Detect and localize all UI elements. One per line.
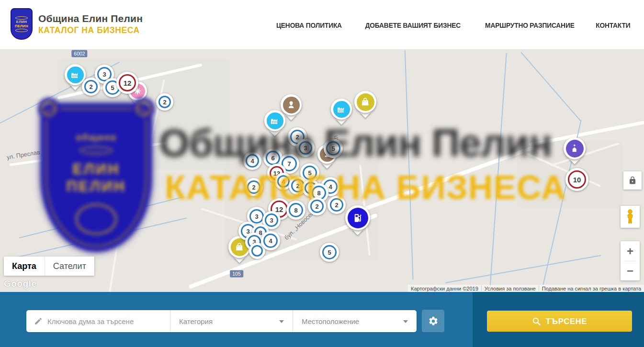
keyword-search-input[interactable] bbox=[47, 317, 167, 325]
cluster-count: 5 bbox=[303, 166, 317, 180]
search-input-group: Категория Местоположение bbox=[26, 310, 417, 332]
main-nav: ЦЕНОВА ПОЛИТИКА ДОБАВЕТЕ ВАШИЯТ БИЗНЕС М… bbox=[273, 0, 632, 50]
cluster-count: 3 bbox=[265, 213, 278, 227]
cluster-count: 10 bbox=[568, 170, 586, 189]
shield-ornament bbox=[15, 29, 28, 32]
cluster-count: 5 bbox=[322, 245, 337, 259]
shopping-bag-icon bbox=[357, 93, 374, 111]
cluster-count: 8 bbox=[289, 203, 303, 217]
zoom-in-button[interactable]: + bbox=[621, 242, 640, 261]
page: ЕЛИН ПЕЛИН Община Елин Пелин КАТАЛОГ НА … bbox=[0, 0, 644, 347]
map-pin-shopping-bag[interactable] bbox=[354, 91, 376, 119]
nav-item-bus-schedule[interactable]: МАРШРУТНО РАЗПИСАНИЕ bbox=[485, 21, 575, 29]
shield-text-line2: ПЕЛИН bbox=[15, 24, 28, 28]
map-pin-factory[interactable] bbox=[331, 99, 352, 125]
report-map-error-link[interactable]: Подаване на сигнал за грешка в картата bbox=[539, 286, 644, 291]
cluster-marker[interactable]: 5 bbox=[324, 139, 343, 158]
border-line bbox=[520, 52, 581, 121]
factory-icon bbox=[333, 101, 350, 118]
chevron-down-icon bbox=[403, 320, 408, 323]
logo-text: Община Елин Пелин КАТАЛОГ НА БИЗНЕСА bbox=[38, 13, 143, 35]
cluster-count: 2 bbox=[247, 180, 260, 194]
cluster-marker[interactable]: 2 bbox=[156, 93, 173, 111]
lock-icon bbox=[628, 176, 637, 185]
map-pin-factory[interactable] bbox=[264, 110, 285, 137]
cluster-count: 3 bbox=[249, 209, 264, 224]
shield-ornament bbox=[76, 204, 117, 235]
advanced-settings-button[interactable] bbox=[422, 310, 444, 332]
category-select[interactable]: Категория bbox=[170, 310, 293, 332]
border-line bbox=[19, 197, 182, 238]
cluster-marker[interactable] bbox=[92, 117, 111, 135]
border-line bbox=[10, 218, 187, 259]
road-shield-label: 6002 bbox=[71, 50, 87, 57]
border-line bbox=[490, 53, 507, 287]
cluster-marker[interactable]: 4 bbox=[261, 231, 280, 250]
cluster-count: 2 bbox=[330, 198, 343, 212]
pegman-icon bbox=[625, 209, 635, 225]
pin-circle bbox=[345, 205, 370, 230]
cluster-count: 5 bbox=[326, 141, 340, 156]
header: ЕЛИН ПЕЛИН Община Елин Пелин КАТАЛОГ НА … bbox=[0, 0, 644, 50]
cluster-count: 6 bbox=[266, 151, 280, 165]
cluster-marker[interactable]: 2 bbox=[245, 178, 263, 196]
catalog-title: КАТАЛОГ НА БИЗНЕСА bbox=[38, 25, 143, 35]
street-view-pegman[interactable] bbox=[621, 206, 640, 228]
map-pin-fuel[interactable] bbox=[345, 205, 370, 236]
cluster-marker[interactable]: 2 bbox=[308, 197, 326, 215]
pin-circle bbox=[331, 99, 352, 120]
cluster-marker[interactable]: 3 bbox=[296, 139, 315, 157]
cluster-count: 4 bbox=[277, 175, 290, 188]
cluster-marker[interactable]: 2 bbox=[328, 196, 346, 214]
church-icon bbox=[566, 140, 584, 157]
keyword-section bbox=[26, 310, 170, 332]
terms-link[interactable]: Условия за ползване bbox=[482, 286, 539, 291]
search-submit-button[interactable]: ТЪРСЕНЕ bbox=[487, 311, 632, 332]
cluster-count: 2 bbox=[84, 80, 98, 93]
cluster-marker[interactable]: 8 bbox=[286, 201, 305, 220]
watermark-shield-name2: ПЕЛИН bbox=[67, 178, 126, 195]
map-attribution: Картографски данни ©2019 Условия за полз… bbox=[408, 285, 644, 292]
street-label: ул. Преслав bbox=[6, 149, 41, 161]
map-type-satellite-button[interactable]: Сателит bbox=[45, 257, 94, 276]
search-bar: Категория Местоположение ТЪРСЕНЕ bbox=[0, 292, 644, 347]
location-select[interactable]: Местоположение bbox=[293, 310, 417, 332]
map-type-control: Карта Сателит bbox=[4, 257, 94, 276]
chevron-down-icon bbox=[279, 320, 284, 323]
gear-icon bbox=[428, 316, 439, 326]
map-pin-church[interactable] bbox=[564, 137, 586, 165]
nav-item-add-business[interactable]: ДОБАВЕТЕ ВАШИЯТ БИЗНЕС bbox=[365, 21, 461, 29]
google-logo[interactable]: Google bbox=[4, 279, 36, 289]
border-line bbox=[445, 255, 601, 283]
nav-item-pricing[interactable]: ЦЕНОВА ПОЛИТИКА bbox=[276, 21, 342, 29]
shield-text-line1: ЕЛИН bbox=[16, 20, 27, 24]
zoom-control: + − bbox=[621, 241, 640, 280]
cluster-marker[interactable]: 5 bbox=[320, 243, 339, 262]
site-logo[interactable]: ЕЛИН ПЕЛИН Община Елин Пелин КАТАЛОГ НА … bbox=[11, 8, 143, 40]
cluster-count: 3 bbox=[299, 141, 312, 155]
cluster-count bbox=[251, 245, 263, 257]
nav-item-contacts[interactable]: КОНТАКТИ bbox=[596, 21, 631, 29]
cluster-count: 12 bbox=[119, 74, 136, 91]
municipality-shield-icon: ЕЛИН ПЕЛИН bbox=[11, 8, 33, 40]
fuel-icon bbox=[348, 208, 368, 228]
cluster-marker[interactable]: 4 bbox=[243, 152, 261, 170]
pencil-icon bbox=[34, 317, 43, 325]
location-select-value: Местоположение bbox=[302, 317, 359, 325]
lock-button[interactable] bbox=[623, 171, 642, 190]
cluster-marker[interactable]: 2 bbox=[82, 78, 100, 96]
pin-circle bbox=[264, 110, 285, 131]
zoom-out-button[interactable]: − bbox=[621, 261, 640, 280]
cluster-count: 4 bbox=[263, 234, 278, 248]
category-select-value: Категория bbox=[179, 317, 213, 325]
border-line bbox=[405, 50, 413, 280]
cluster-count: 4 bbox=[246, 154, 259, 168]
pin-circle bbox=[564, 137, 586, 159]
cluster-marker[interactable]: 10 bbox=[565, 168, 588, 191]
map-canvas[interactable]: 32512223564713524274822128333834510 6002… bbox=[0, 50, 644, 292]
shield-ornament bbox=[15, 16, 28, 20]
org-name: Община Елин Пелин bbox=[38, 13, 143, 24]
map-type-map-button[interactable]: Карта bbox=[4, 257, 45, 276]
search-icon bbox=[532, 317, 541, 326]
cluster-marker[interactable]: 12 bbox=[116, 72, 138, 94]
